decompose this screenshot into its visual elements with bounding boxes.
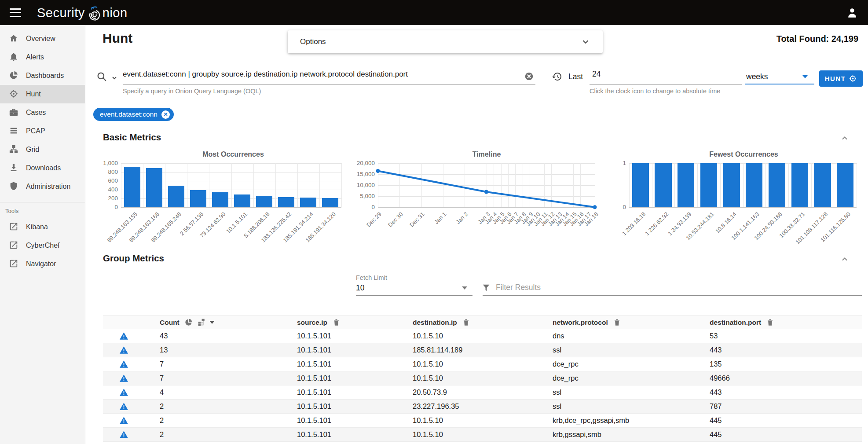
- table-cell[interactable]: 10.1.5.10: [398, 360, 538, 368]
- header-cell-network.protocol[interactable]: network.protocol: [538, 318, 695, 327]
- table-row[interactable]: 710.1.5.10110.1.5.10dce_rpc135: [103, 357, 862, 371]
- unit-select[interactable]: weeks: [746, 72, 768, 81]
- table-cell[interactable]: 10.1.5.101: [282, 430, 398, 439]
- bar-101.108.117.128[interactable]: [814, 163, 831, 207]
- bar-1.203.16.18[interactable]: [632, 163, 649, 207]
- unit-select-caret-icon[interactable]: [802, 75, 808, 78]
- hunt-button[interactable]: HUNT: [819, 70, 863, 87]
- timeline-series[interactable]: [378, 163, 595, 207]
- bar-100.33.32.71[interactable]: [791, 163, 808, 207]
- query-input[interactable]: [123, 70, 519, 79]
- warning-triangle-icon[interactable]: [119, 402, 128, 411]
- table-cell[interactable]: ssl: [538, 388, 695, 396]
- chip-close-icon[interactable]: ✕: [161, 110, 170, 119]
- warning-triangle-icon[interactable]: [119, 332, 128, 340]
- table-cell[interactable]: 13: [145, 346, 282, 354]
- trash-icon[interactable]: [766, 318, 774, 327]
- groupby-icon[interactable]: [198, 318, 206, 327]
- menu-icon[interactable]: [10, 8, 21, 17]
- bar-79.124.62.90[interactable]: [212, 192, 228, 208]
- table-cell[interactable]: 443: [695, 346, 862, 354]
- sidebar-tool-cyberchef[interactable]: CyberChef: [0, 236, 85, 255]
- bar-185.191.34.214[interactable]: [300, 198, 316, 207]
- basic-metrics-collapse-icon[interactable]: [840, 134, 849, 143]
- table-cell[interactable]: 10.1.5.10: [398, 332, 538, 340]
- table-cell[interactable]: 443: [695, 388, 862, 396]
- table-cell[interactable]: 10.1.5.101: [282, 388, 398, 396]
- warning-triangle-icon[interactable]: [119, 430, 128, 439]
- header-cell-Count[interactable]: Count: [145, 318, 282, 327]
- sidebar-item-overview[interactable]: Overview: [0, 29, 85, 48]
- table-cell[interactable]: 7: [145, 374, 282, 382]
- warning-triangle-icon[interactable]: [119, 388, 128, 396]
- table-row[interactable]: 710.1.5.10110.1.5.10dce_rpc49666: [103, 371, 862, 385]
- bar-10.53.244.181[interactable]: [700, 163, 717, 207]
- bar-89.248.163.166[interactable]: [146, 168, 162, 207]
- bar-10.1.5.101[interactable]: [234, 194, 250, 207]
- table-row[interactable]: 210.1.5.10110.1.5.10krb,gssapi,smb445: [103, 428, 862, 442]
- bar-183.136.225.42[interactable]: [278, 197, 294, 207]
- bar-1.226.62.92[interactable]: [655, 163, 671, 207]
- header-cell-destination.port[interactable]: destination.port: [695, 318, 862, 327]
- fetch-limit-caret-icon[interactable]: [462, 286, 467, 290]
- table-cell[interactable]: 23.227.196.35: [398, 402, 538, 411]
- table-cell[interactable]: 2: [145, 430, 282, 439]
- table-cell[interactable]: 10.1.5.101: [282, 416, 398, 425]
- table-row[interactable]: 210.1.5.10110.1.5.10krb,dce_rpc,gssapi,s…: [103, 414, 862, 428]
- user-account-icon[interactable]: [846, 7, 858, 19]
- caret-down-icon[interactable]: [209, 321, 215, 324]
- clear-query-icon[interactable]: [524, 72, 534, 81]
- sidebar-item-grid[interactable]: Grid: [0, 140, 85, 159]
- table-cell[interactable]: 2: [145, 402, 282, 411]
- table-cell[interactable]: ssl: [538, 346, 695, 354]
- table-cell[interactable]: 4: [145, 388, 282, 396]
- table-cell[interactable]: dns: [538, 332, 695, 340]
- table-cell[interactable]: 10.1.5.101: [282, 332, 398, 340]
- bar-100.24.50.186[interactable]: [769, 163, 785, 207]
- group-metrics-collapse-icon[interactable]: [840, 255, 849, 264]
- fetch-limit-select[interactable]: 10: [356, 283, 364, 293]
- sidebar-item-alerts[interactable]: Alerts: [0, 48, 85, 66]
- sidebar-item-downloads[interactable]: Downloads: [0, 159, 85, 177]
- table-cell[interactable]: 49666: [695, 374, 862, 382]
- table-cell[interactable]: dce_rpc: [538, 360, 695, 368]
- sidebar-item-cases[interactable]: Cases: [0, 103, 85, 122]
- bar-185.191.34.120[interactable]: [322, 198, 338, 207]
- trash-icon[interactable]: [332, 318, 341, 327]
- table-row[interactable]: 1310.1.5.101185.81.114.189ssl443: [103, 343, 862, 357]
- table-cell[interactable]: 787: [695, 402, 862, 411]
- query-history-chevron-icon[interactable]: [111, 74, 118, 81]
- sidebar-tool-navigator[interactable]: Navigator: [0, 255, 85, 273]
- bar-100.1.141.163[interactable]: [746, 163, 762, 207]
- warning-triangle-icon[interactable]: [119, 416, 128, 425]
- filter-results-input[interactable]: [496, 283, 857, 292]
- bar-10.8.16.14[interactable]: [723, 163, 740, 207]
- bar-101.116.125.80[interactable]: [837, 163, 853, 207]
- header-cell-source.ip[interactable]: source.ip: [282, 318, 398, 327]
- table-row[interactable]: 4310.1.5.10110.1.5.10dns53: [103, 329, 862, 343]
- header-cell-destination.ip[interactable]: destination.ip: [398, 318, 538, 327]
- table-row[interactable]: 410.1.5.10120.50.73.9ssl443: [103, 385, 862, 400]
- table-cell[interactable]: 10.1.5.101: [282, 402, 398, 411]
- table-cell[interactable]: 10.1.5.101: [282, 374, 398, 382]
- table-cell[interactable]: krb,dce_rpc,gssapi,smb: [538, 416, 695, 425]
- table-cell[interactable]: 7: [145, 360, 282, 368]
- trash-icon[interactable]: [462, 318, 470, 327]
- table-row[interactable]: 210.1.5.10123.227.196.35ssl787: [103, 400, 862, 414]
- sidebar-item-administration[interactable]: Administration: [0, 177, 85, 196]
- table-cell[interactable]: 20.50.73.9: [398, 388, 538, 396]
- table-cell[interactable]: 10.1.5.10: [398, 374, 538, 382]
- table-cell[interactable]: 2: [145, 416, 282, 425]
- bar-89.248.163.155[interactable]: [124, 167, 140, 207]
- table-cell[interactable]: ssl: [538, 402, 695, 411]
- sidebar-item-dashboards[interactable]: Dashboards: [0, 66, 85, 85]
- filter-chip[interactable]: event.dataset:conn ✕: [93, 108, 174, 121]
- sidebar-tool-kibana[interactable]: Kibana: [0, 218, 85, 236]
- duration-input[interactable]: [592, 70, 733, 79]
- table-cell[interactable]: 135: [695, 360, 862, 368]
- trash-icon[interactable]: [613, 318, 621, 327]
- warning-triangle-icon[interactable]: [119, 346, 128, 354]
- bar-89.248.165.248[interactable]: [168, 186, 184, 208]
- table-cell[interactable]: dce_rpc: [538, 374, 695, 382]
- sidebar-item-pcap[interactable]: PCAP: [0, 122, 85, 140]
